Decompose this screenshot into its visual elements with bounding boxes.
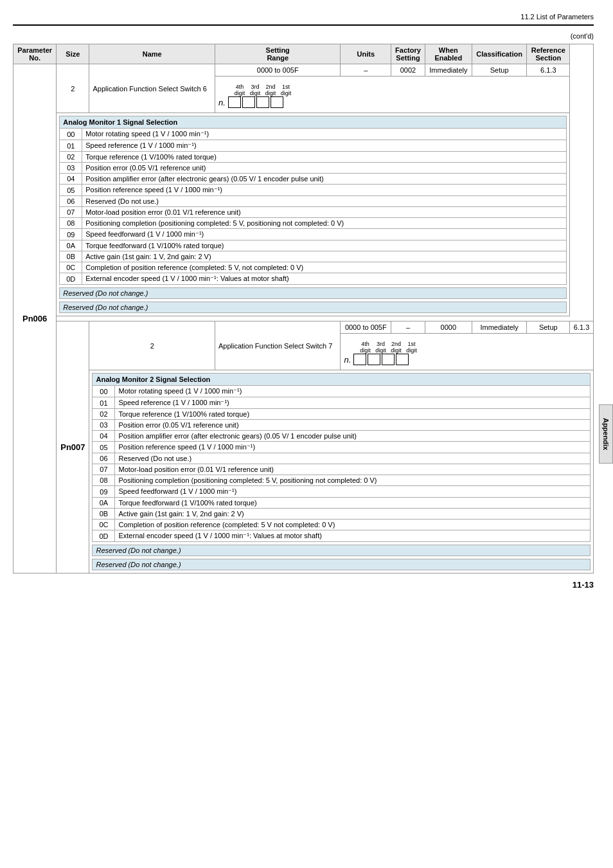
reference-section-cell: 6.1.3 bbox=[570, 321, 594, 334]
inner-table-data-row: 0A Torque feedforward (1 V/100% rated to… bbox=[93, 498, 591, 509]
inner-table-cell: Analog Monitor 1 Signal Selection 00 Mot… bbox=[57, 113, 570, 316]
size-cell: 2 bbox=[57, 64, 89, 113]
inner-table-data-row: 01 Speed reference (1 V / 1000 min⁻¹) bbox=[60, 140, 567, 152]
name-cell: Application Function Select Switch 6 bbox=[89, 64, 215, 113]
inner-desc-cell: Reserved (Do not use.) bbox=[115, 453, 591, 464]
main-table: ParameterNo. Size Name SettingRange Unit… bbox=[13, 44, 594, 574]
digit-box-3rd bbox=[242, 96, 255, 108]
inner-code-cell: 09 bbox=[93, 486, 115, 498]
contd-label: (cont'd) bbox=[13, 32, 594, 40]
inner-desc-cell: Positioning completion (positioning comp… bbox=[82, 218, 567, 229]
digit-box-3rd bbox=[368, 354, 380, 365]
digit-box-4th bbox=[353, 354, 366, 365]
inner-code-cell: 0B bbox=[60, 251, 82, 262]
units-cell: – bbox=[341, 64, 391, 77]
reserved-label: Reserved (Do not change.) bbox=[93, 559, 591, 570]
col-setting-range: SettingRange bbox=[215, 44, 340, 64]
param-label-pn006: Pn006 bbox=[22, 314, 47, 323]
inner-desc-cell: Motor-load position error (0.01 V/1 refe… bbox=[82, 207, 567, 218]
digit-box-1st bbox=[271, 96, 283, 108]
inner-table-data-row: 07 Motor-load position error (0.01 V/1 r… bbox=[60, 207, 567, 218]
inner-table-data-row: 0B Active gain (1st gain: 1 V, 2nd gain:… bbox=[60, 251, 567, 262]
inner-code-cell: 03 bbox=[60, 163, 82, 174]
inner-code-cell: 01 bbox=[93, 397, 115, 409]
digit-diagram: 4thdigit 3rddigit 2nddigit 1stdigit n. bbox=[344, 341, 590, 365]
param-row-pn007: Pn0072Application Function Select Switch… bbox=[13, 321, 594, 334]
inner-table-data-row: 0D External encoder speed (1 V / 1000 mi… bbox=[93, 530, 591, 542]
inner-code-cell: 00 bbox=[93, 386, 115, 397]
inner-code-cell: 02 bbox=[60, 152, 82, 163]
inner-code-cell: 01 bbox=[60, 140, 82, 152]
inner-code-cell: 0D bbox=[60, 273, 82, 285]
inner-table-data-row: 02 Torque reference (1 V/100% rated torq… bbox=[93, 409, 591, 420]
appendix-label: Appendix bbox=[602, 418, 610, 450]
inner-code-cell: 04 bbox=[60, 174, 82, 185]
col-units: Units bbox=[341, 44, 391, 64]
inner-desc-cell: External encoder speed (1 V / 1000 min⁻¹… bbox=[82, 273, 567, 285]
col-factory-setting: FactorySetting bbox=[391, 44, 425, 64]
inner-table-data-row: 05 Position reference speed (1 V / 1000 … bbox=[93, 442, 591, 453]
col-name: Name bbox=[89, 44, 215, 64]
inner-desc-cell: Speed reference (1 V / 1000 min⁻¹) bbox=[115, 397, 591, 409]
col-classification: Classification bbox=[472, 44, 527, 64]
digit-box-2nd bbox=[382, 354, 395, 365]
inner-desc-cell: Torque reference (1 V/100% rated torque) bbox=[82, 152, 567, 163]
inner-table-row: Analog Monitor 1 Signal Selection 00 Mot… bbox=[13, 113, 594, 316]
n-label: n. bbox=[344, 355, 351, 365]
inner-code-cell: 0B bbox=[93, 509, 115, 520]
inner-code-cell: 06 bbox=[60, 196, 82, 207]
inner-desc-cell: Active gain (1st gain: 1 V, 2nd gain: 2 … bbox=[115, 509, 591, 520]
page-number-label: 11-13 bbox=[573, 580, 594, 590]
factory-setting-cell: 0000 bbox=[425, 321, 472, 334]
inner-desc-cell: Speed reference (1 V / 1000 min⁻¹) bbox=[82, 140, 567, 152]
inner-table-data-row: 00 Motor rotating speed (1 V / 1000 min⁻… bbox=[60, 129, 567, 140]
reference-section-cell: 6.1.3 bbox=[527, 64, 570, 77]
inner-code-cell: 07 bbox=[93, 464, 115, 475]
reserved-table: Reserved (Do not change.) bbox=[59, 287, 567, 299]
inner-table-row: Analog Monitor 2 Signal Selection 00 Mot… bbox=[13, 370, 594, 574]
inner-code-cell: 02 bbox=[93, 409, 115, 420]
inner-code-cell: 00 bbox=[60, 129, 82, 140]
inner-code-cell: 0A bbox=[60, 240, 82, 251]
inner-table-data-row: 0B Active gain (1st gain: 1 V, 2nd gain:… bbox=[93, 509, 591, 520]
param-row-pn006: Pn0062Application Function Select Switch… bbox=[13, 64, 594, 77]
digit-box-4th bbox=[228, 96, 241, 108]
classification-cell: Setup bbox=[472, 64, 527, 77]
inner-table-data-row: 03 Position error (0.05 V/1 reference un… bbox=[93, 420, 591, 431]
reserved-label: Reserved (Do not change.) bbox=[60, 302, 567, 313]
inner-desc-cell: Position reference speed (1 V / 1000 min… bbox=[115, 442, 591, 453]
digit-box-2nd bbox=[256, 96, 269, 108]
inner-table-data-row: 0A Torque feedforward (1 V/100% rated to… bbox=[60, 240, 567, 251]
inner-code-cell: 07 bbox=[60, 207, 82, 218]
name-cell: Application Function Select Switch 7 bbox=[215, 321, 340, 370]
inner-desc-cell: Completion of position reference (comple… bbox=[82, 262, 567, 273]
inner-table-data-row: 05 Position reference speed (1 V / 1000 … bbox=[60, 185, 567, 196]
inner-table-data-row: 04 Position amplifier error (after elect… bbox=[60, 174, 567, 185]
inner-desc-cell: Speed feedforward (1 V / 1000 min⁻¹) bbox=[82, 229, 567, 240]
classification-cell: Setup bbox=[527, 321, 570, 334]
inner-table-data-row: 08 Positioning completion (positioning c… bbox=[60, 218, 567, 229]
units-cell: – bbox=[391, 321, 425, 334]
inner-desc-cell: Active gain (1st gain: 1 V, 2nd gain: 2 … bbox=[82, 251, 567, 262]
reserved-table: Reserved (Do not change.) bbox=[92, 545, 591, 556]
reserved-row: Reserved (Do not change.) bbox=[60, 302, 567, 313]
inner-code-cell: 0C bbox=[60, 262, 82, 273]
when-enabled-cell: Immediately bbox=[425, 64, 472, 77]
spacer-row bbox=[13, 316, 594, 321]
n-label: n. bbox=[218, 98, 226, 107]
inner-code-cell: 0D bbox=[93, 530, 115, 542]
inner-table-data-row: 09 Speed feedforward (1 V / 1000 min⁻¹) bbox=[93, 486, 591, 498]
inner-table-data-row: 07 Motor-load position error (0.01 V/1 r… bbox=[93, 464, 591, 475]
inner-desc-cell: Position error (0.05 V/1 reference unit) bbox=[82, 163, 567, 174]
inner-code-cell: 03 bbox=[93, 420, 115, 431]
digit-diagram-cell: 4thdigit 3rddigit 2nddigit 1stdigit n. bbox=[215, 77, 569, 113]
reserved-table: Reserved (Do not change.) bbox=[92, 559, 591, 570]
inner-table-data-row: 00 Motor rotating speed (1 V / 1000 min⁻… bbox=[93, 386, 591, 397]
inner-desc-cell: External encoder speed (1 V / 1000 min⁻¹… bbox=[115, 530, 591, 542]
size-cell: 2 bbox=[89, 321, 215, 370]
inner-desc-cell: Position amplifier error (after electron… bbox=[115, 431, 591, 442]
inner-table-cell: Analog Monitor 2 Signal Selection 00 Mot… bbox=[89, 370, 594, 574]
inner-content-table: Analog Monitor 2 Signal Selection 00 Mot… bbox=[92, 373, 591, 542]
reserved-row: Reserved (Do not change.) bbox=[60, 288, 567, 299]
page-header: 11.2 List of Parameters bbox=[13, 13, 594, 26]
